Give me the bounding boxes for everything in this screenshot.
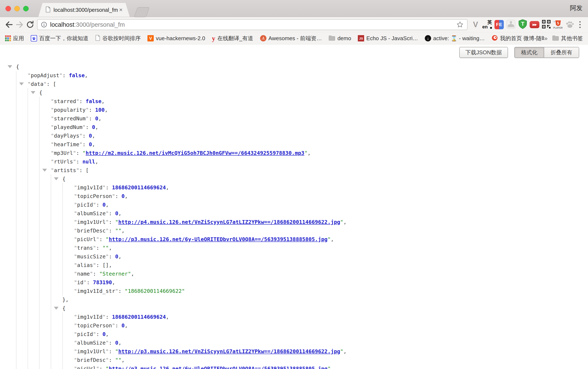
json-token: :: [96, 245, 102, 251]
bookmark-item-0[interactable]: 应用: [5, 35, 24, 42]
collapse-triangle-icon[interactable]: [8, 65, 12, 68]
bookmark-item-6[interactable]: demo: [328, 35, 351, 42]
json-key: briefDesc: [77, 357, 105, 363]
collapse-triangle-icon[interactable]: [54, 177, 59, 180]
bookmark-item-8[interactable]: ↓active: ⌛ - waiting…: [425, 35, 485, 42]
close-window-button[interactable]: [5, 6, 11, 11]
extension-sitemap-button[interactable]: [505, 19, 517, 30]
json-key: playedNum: [54, 124, 82, 130]
json-url-link[interactable]: http://p3.music.126.net/6y-UleORITEDbvrO…: [109, 236, 328, 242]
json-token: ": [112, 322, 115, 329]
json-value: "18686200114669622": [125, 288, 185, 294]
extension-qr-code-button[interactable]: [540, 19, 552, 30]
json-token: ,: [122, 228, 125, 234]
json-token: ": [74, 314, 77, 320]
extension-tampermonkey-button[interactable]: T: [517, 19, 529, 30]
bookmark-item-2[interactable]: 谷歌按时间排序: [95, 35, 141, 42]
collapse-triangle-icon[interactable]: [19, 82, 24, 85]
bookmark-item-7[interactable]: JSEcho JS - JavaScri…: [358, 35, 418, 42]
json-key: rtUrls: [54, 159, 73, 165]
json-line: "popAdjust": false,: [28, 71, 588, 80]
extension-video-download-button[interactable]: ▶▶: [529, 19, 540, 30]
json-children: {"img1v1Id": 18686200114669624,"topicPer…: [51, 175, 588, 369]
back-button[interactable]: [4, 19, 14, 30]
new-tab-button[interactable]: [134, 7, 149, 17]
json-value: 0: [95, 116, 98, 122]
bookmark-other-bookmarks[interactable]: 其他书签: [552, 35, 583, 42]
json-token: ,: [92, 133, 95, 139]
json-token: :: [63, 72, 69, 79]
minimize-window-button[interactable]: [14, 6, 20, 11]
json-value: 0: [115, 340, 118, 346]
json-token: :: [99, 366, 105, 369]
json-line: "data": [: [28, 80, 588, 88]
traffic-lights: [5, 6, 29, 11]
bookmark-item-3[interactable]: Vvue-hackernews-2.0: [147, 35, 205, 42]
json-line: {: [62, 175, 588, 183]
extension-vue-devtools-button[interactable]: V: [470, 19, 482, 30]
json-value: 18686200114669624: [112, 314, 166, 320]
forward-arrow-icon: [15, 20, 24, 29]
json-token: ": [28, 81, 31, 87]
json-token: ": [83, 124, 86, 130]
json-url-link[interactable]: http://p3.music.126.net/6y-UleORITEDbvrO…: [109, 366, 328, 369]
bookmark-item-5[interactable]: AAwesomes - 前端资…: [260, 35, 322, 42]
address-bar[interactable]: localhost:3000/personal_fm: [37, 19, 468, 30]
tab-close-icon[interactable]: ×: [119, 7, 123, 13]
json-token: ,: [95, 159, 98, 165]
bookmarks-overflow-icon[interactable]: »: [544, 35, 547, 42]
json-value: 100: [95, 107, 105, 113]
site-info-icon[interactable]: [41, 21, 47, 28]
collapse-triangle-icon[interactable]: [54, 307, 59, 310]
json-token: ,: [118, 340, 122, 346]
json-url-link[interactable]: http://p4.music.126.net/VnZiScyynLG7atLI…: [118, 219, 340, 225]
json-token: ,: [343, 219, 346, 225]
json-value: "": [115, 228, 122, 234]
json-token: ": [74, 348, 77, 354]
format-button[interactable]: 格式化: [515, 47, 544, 57]
json-key: popularity: [54, 107, 86, 113]
json-token: ": [74, 357, 77, 363]
json-token: ": [86, 107, 89, 113]
bookmark-label: 在线翻译_有道: [217, 35, 253, 42]
bookmark-item-4[interactable]: y在线翻译_有道: [212, 34, 253, 42]
json-token: ,: [122, 357, 125, 363]
collapse-triangle-icon[interactable]: [42, 169, 47, 172]
url-text[interactable]: localhost:3000/personal_fm: [50, 21, 125, 28]
bookmark-item-9[interactable]: 我的首页 微博-随时…: [492, 35, 544, 42]
browser-menu-icon[interactable]: [576, 19, 584, 30]
json-children: "popAdjust": false,"data": [{"starred": …: [16, 71, 588, 369]
json-value: "Steerner": [99, 271, 131, 277]
browser-tab[interactable]: localhost:3000/personal_fm ×: [38, 3, 130, 17]
zoom-window-button[interactable]: [23, 6, 29, 11]
json-url-link[interactable]: http://p3.music.126.net/VnZiScyynLG7atLI…: [118, 348, 340, 354]
extension-paw-button[interactable]: [564, 19, 576, 30]
json-children: "img1v1Id": 18686200114669624,"topicPers…: [62, 313, 588, 369]
json-token: ,: [106, 331, 109, 337]
apps-grid-icon: [5, 35, 11, 41]
extension-html5-player-button[interactable]: ≈5PLAYER: [552, 19, 564, 30]
vue-icon: V: [147, 35, 154, 41]
json-line: "mp3Url": "http://m2.music.126.net/ivMcQ…: [51, 149, 588, 157]
reload-button[interactable]: [25, 19, 35, 30]
forward-button[interactable]: [14, 19, 25, 30]
json-token: ": [51, 159, 54, 165]
json-token: ": [106, 348, 109, 354]
json-token: ": [74, 322, 77, 329]
json-token: :: [115, 322, 122, 329]
collapse-all-button[interactable]: 折叠所有: [544, 47, 579, 57]
bookmarks-right: » 其他书签: [544, 35, 583, 42]
collapse-triangle-icon[interactable]: [31, 91, 35, 94]
extension-translate-button[interactable]: 英en: [482, 19, 493, 30]
json-token: ": [93, 245, 96, 251]
bookmark-star-icon[interactable]: [456, 21, 464, 28]
json-token: ": [51, 141, 54, 148]
json-line: {: [39, 88, 588, 97]
json-token: ,: [109, 245, 112, 251]
json-key: starred: [54, 98, 76, 104]
download-json-button[interactable]: 下载JSON数据: [459, 47, 508, 58]
bookmark-item-1[interactable]: 百度一下，你就知道: [31, 35, 88, 42]
extension-fe-helper-button[interactable]: FE: [493, 19, 505, 30]
json-line: "name": "Steerner",: [74, 269, 588, 278]
json-url-link[interactable]: http://m2.music.126.net/ivMcQYiG5oh7BCJh…: [86, 150, 304, 156]
